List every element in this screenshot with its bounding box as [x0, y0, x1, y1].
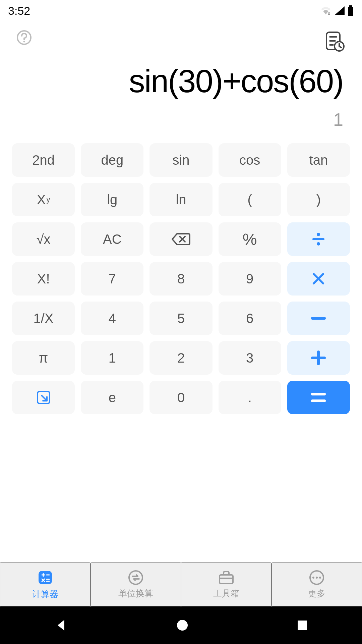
more-icon: [309, 570, 325, 586]
svg-rect-21: [311, 393, 326, 395]
svg-point-38: [177, 620, 188, 631]
svg-rect-1: [349, 5, 352, 7]
status-bar: 3:52 x: [0, 0, 362, 21]
help-button[interactable]: [16, 30, 32, 47]
svg-point-14: [317, 242, 320, 246]
nav-toolbox-label: 工具箱: [213, 588, 239, 599]
key-dot[interactable]: .: [219, 381, 281, 414]
svg-rect-17: [311, 317, 326, 320]
key-4[interactable]: 4: [81, 302, 143, 335]
key-pi[interactable]: π: [12, 341, 75, 375]
system-nav: [0, 606, 362, 644]
battery-icon: [347, 5, 354, 16]
display: sin(30)+cos(60) 1: [0, 62, 362, 143]
nav-calculator[interactable]: 计算器: [0, 562, 90, 606]
key-minus[interactable]: [287, 302, 350, 335]
key-deg[interactable]: deg: [81, 143, 143, 177]
svg-point-36: [316, 577, 318, 579]
key-5[interactable]: 5: [149, 302, 212, 335]
key-0[interactable]: 0: [149, 381, 212, 414]
key-sqrt[interactable]: √x: [12, 222, 75, 256]
key-ln[interactable]: ln: [149, 183, 212, 216]
svg-point-12: [317, 233, 320, 236]
key-cos[interactable]: cos: [219, 143, 281, 177]
key-2[interactable]: 2: [149, 341, 212, 375]
plus-icon: [311, 351, 326, 365]
key-2nd[interactable]: 2nd: [12, 143, 75, 177]
key-7[interactable]: 7: [81, 262, 143, 296]
svg-point-31: [129, 571, 142, 584]
key-backspace[interactable]: [149, 222, 212, 256]
svg-rect-2: [348, 7, 353, 16]
key-tan[interactable]: tan: [287, 143, 350, 177]
svg-rect-39: [298, 621, 307, 630]
key-9[interactable]: 9: [219, 262, 281, 296]
key-rparen[interactable]: ): [287, 183, 350, 216]
status-icons: x: [320, 5, 354, 16]
result: 1: [19, 109, 343, 130]
toolbox-icon: [218, 570, 235, 586]
nav-unit[interactable]: 单位换算: [90, 562, 181, 606]
svg-rect-22: [311, 399, 326, 402]
key-e[interactable]: e: [81, 381, 143, 414]
key-equals[interactable]: [287, 381, 350, 414]
calculator-icon: [37, 569, 54, 586]
key-lg[interactable]: lg: [81, 183, 143, 216]
home-icon: [176, 619, 189, 632]
nav-more[interactable]: 更多: [272, 562, 362, 606]
collapse-icon: [36, 389, 52, 406]
key-factorial[interactable]: X!: [12, 262, 75, 296]
expression: sin(30)+cos(60): [19, 62, 343, 100]
sys-back[interactable]: [54, 618, 68, 633]
history-button[interactable]: [323, 30, 346, 53]
svg-text:x: x: [328, 11, 330, 16]
nav-unit-label: 单位换算: [118, 588, 153, 599]
help-icon: [16, 30, 32, 46]
sys-recent[interactable]: [296, 619, 308, 631]
nav-calculator-label: 计算器: [32, 588, 58, 600]
multiply-icon: [312, 272, 325, 285]
key-power[interactable]: Xy: [12, 183, 75, 216]
divide-icon: [311, 232, 326, 247]
status-time: 3:52: [8, 4, 30, 17]
back-icon: [54, 618, 68, 633]
key-percent[interactable]: %: [219, 222, 281, 256]
svg-rect-23: [39, 571, 52, 584]
wifi-off-icon: x: [320, 6, 332, 16]
svg-point-35: [312, 577, 314, 579]
key-ac[interactable]: AC: [81, 222, 143, 256]
key-reciprocal[interactable]: 1/X: [12, 302, 75, 335]
backspace-icon: [172, 232, 190, 246]
key-3[interactable]: 3: [219, 341, 281, 375]
nav-toolbox[interactable]: 工具箱: [181, 562, 272, 606]
nav-more-label: 更多: [308, 588, 325, 599]
key-lparen[interactable]: (: [219, 183, 281, 216]
key-divide[interactable]: [287, 222, 350, 256]
history-icon: [323, 30, 346, 52]
minus-icon: [311, 317, 326, 320]
recent-icon: [296, 619, 308, 631]
keypad: 2nd deg sin cos tan Xy lg ln ( ) √x AC %…: [0, 143, 362, 414]
unit-convert-icon: [128, 570, 144, 586]
cell-signal-icon: [334, 6, 345, 16]
key-1[interactable]: 1: [81, 341, 143, 375]
key-plus[interactable]: [287, 341, 350, 375]
equals-icon: [311, 392, 326, 403]
svg-point-37: [319, 577, 321, 579]
svg-rect-13: [312, 238, 324, 240]
svg-rect-32: [220, 575, 233, 584]
key-collapse[interactable]: [12, 381, 75, 414]
header: [0, 21, 362, 62]
svg-point-4: [23, 41, 25, 43]
key-sin[interactable]: sin: [149, 143, 212, 177]
bottom-nav: 计算器 单位换算 工具箱 更多: [0, 562, 362, 606]
key-multiply[interactable]: [287, 262, 350, 296]
key-6[interactable]: 6: [219, 302, 281, 335]
svg-rect-19: [311, 357, 326, 359]
key-8[interactable]: 8: [149, 262, 212, 296]
sys-home[interactable]: [176, 619, 189, 632]
